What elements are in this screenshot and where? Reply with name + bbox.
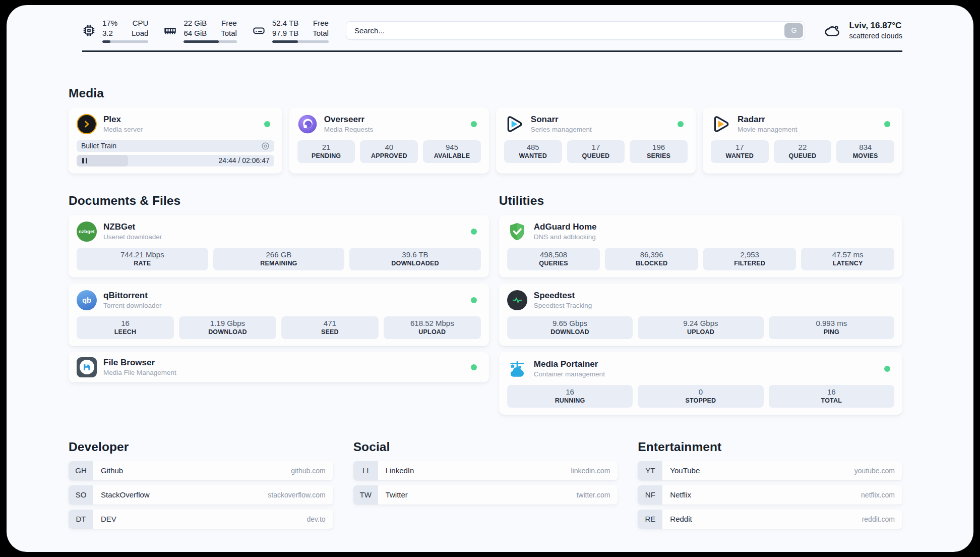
bookmark-youtube[interactable]: YT YouTube youtube.com xyxy=(638,461,902,480)
bookmark-abbr: TW xyxy=(353,485,378,505)
bookmark-stackoverflow[interactable]: SO StackOverflow stackoverflow.com xyxy=(69,485,333,505)
bookmark-github[interactable]: GH Github github.com xyxy=(69,461,333,480)
weather-condition: scattered clouds xyxy=(849,32,902,40)
card-speedtest[interactable]: Speedtest Speedtest Tracking 9.65 Gbps D… xyxy=(499,284,902,346)
stat-download: 1.19 Gbps DOWNLOAD xyxy=(179,316,276,339)
app-description: Container management xyxy=(534,370,878,378)
status-dot xyxy=(471,121,477,127)
app-name: AdGuard Home xyxy=(534,222,894,232)
cpu-usage-value: 17% xyxy=(102,18,117,28)
stat-download: 9.65 Gbps DOWNLOAD xyxy=(507,316,633,339)
overseerr-icon xyxy=(297,114,318,134)
bookmark-netflix[interactable]: NF Netflix netflix.com xyxy=(638,485,902,505)
cpu-progress-bar xyxy=(102,40,148,43)
bookmark-abbr: GH xyxy=(69,461,93,480)
bookmark-twitter[interactable]: TW Twitter twitter.com xyxy=(353,485,618,505)
section-title-utilities: Utilities xyxy=(499,194,902,208)
bookmark-name: DEV xyxy=(93,515,307,523)
stat-latency: 47.57 ms LATENCY xyxy=(801,248,894,270)
stat-queries: 498,508 QUERIES xyxy=(507,248,600,270)
dashboard-page: 17% CPU 3.2 Load xyxy=(7,5,973,552)
memory-free-label: Free xyxy=(221,18,237,28)
stat-queued: 22 QUEUED xyxy=(774,140,832,163)
portainer-icon xyxy=(507,359,527,379)
bookmark-url: twitter.com xyxy=(576,491,618,499)
bookmark-linkedin[interactable]: LI LinkedIn linkedin.com xyxy=(353,461,618,480)
stat-stopped: 0 STOPPED xyxy=(638,385,763,408)
disk-free-value: 52.4 TB xyxy=(272,18,298,28)
bookmark-name: Github xyxy=(93,466,291,475)
app-description: Media server xyxy=(103,126,258,133)
search-input[interactable] xyxy=(346,21,806,40)
app-description: Speedtest Tracking xyxy=(534,302,894,309)
stat-available: 945 AVAILABLE xyxy=(423,140,481,163)
stat-approved: 40 APPROVED xyxy=(360,140,418,163)
stat-series: 196 SERIES xyxy=(630,140,688,163)
bookmark-dev[interactable]: DT DEV dev.to xyxy=(69,510,333,529)
stat-upload: 9.24 Gbps UPLOAD xyxy=(638,316,763,339)
status-dot xyxy=(884,366,890,372)
status-dot xyxy=(678,121,684,127)
card-sonarr[interactable]: Sonarr Series management 485 WANTED 17 Q… xyxy=(496,107,696,174)
stat-upload: 618.52 Mbps UPLOAD xyxy=(384,316,481,339)
bookmark-reddit[interactable]: RE Reddit reddit.com xyxy=(638,510,902,529)
stat-movies: 834 MOVIES xyxy=(836,140,894,163)
card-radarr[interactable]: Radarr Movie management 17 WANTED 22 QUE… xyxy=(703,107,902,174)
app-description: Media File Management xyxy=(103,369,464,376)
card-filebrowser[interactable]: File Browser Media File Management xyxy=(69,352,489,382)
bookmark-name: YouTube xyxy=(662,466,854,475)
cpu-icon xyxy=(82,24,96,37)
app-name: Plex xyxy=(103,115,258,125)
disk-total-label: Total xyxy=(313,28,329,38)
stat-pending: 21 PENDING xyxy=(297,140,355,163)
bookmark-url: stackoverflow.com xyxy=(268,491,333,499)
bookmark-name: Reddit xyxy=(662,515,862,523)
bookmark-name: StackOverflow xyxy=(93,490,268,499)
bookmark-abbr: LI xyxy=(353,461,378,480)
disk-free-label: Free xyxy=(313,18,329,28)
media-type-icon xyxy=(261,142,270,150)
status-dot xyxy=(264,121,270,127)
plex-now-playing: Bullet Train 24:44 / 02:06:47 xyxy=(77,140,274,166)
bookmark-name: LinkedIn xyxy=(378,466,571,475)
app-description: Movie management xyxy=(738,126,878,133)
card-overseerr[interactable]: Overseerr Media Requests 21 PENDING 40 A… xyxy=(289,107,489,174)
search-provider-button[interactable]: G xyxy=(784,23,803,38)
memory-free-value: 22 GiB xyxy=(183,18,207,28)
app-name: qBittorrent xyxy=(103,291,464,301)
bookmark-abbr: RE xyxy=(638,510,662,529)
card-adguard[interactable]: AdGuard Home DNS and adblocking 498,508 … xyxy=(499,215,902,277)
now-playing-title: Bullet Train xyxy=(81,142,261,150)
section-title-entertainment: Entertainment xyxy=(638,440,902,454)
status-dot xyxy=(884,121,890,127)
bookmark-name: Netflix xyxy=(662,490,861,499)
status-dot xyxy=(471,229,477,235)
search-bar: G xyxy=(346,21,806,40)
app-description: Torrent downloader xyxy=(103,302,464,309)
app-name: Overseerr xyxy=(324,115,464,125)
speedtest-icon xyxy=(507,290,527,310)
adguard-icon xyxy=(507,221,527,242)
section-title-social: Social xyxy=(353,440,618,454)
app-description: Media Requests xyxy=(324,126,464,133)
top-bar: 17% CPU 3.2 Load xyxy=(69,18,902,43)
status-dot xyxy=(471,297,477,303)
card-portainer[interactable]: Media Portainer Container management 16 … xyxy=(499,352,902,415)
section-utilities: Utilities AdGuard Home xyxy=(499,194,902,415)
app-name: Speedtest xyxy=(534,291,894,301)
stat-blocked: 86,396 BLOCKED xyxy=(605,248,698,270)
bookmark-abbr: SO xyxy=(69,485,93,505)
card-qbittorrent[interactable]: qb qBittorrent Torrent downloader 16 LEE… xyxy=(69,284,489,346)
status-dot xyxy=(471,364,477,370)
disk-widget: 52.4 TB Free 97.9 TB Total xyxy=(252,18,329,43)
section-media: Media Plex Media server Bullet Train xyxy=(69,86,902,174)
stat-seed: 471 SEED xyxy=(281,316,379,339)
stat-downloaded: 39.6 TB DOWNLOADED xyxy=(349,248,481,270)
sonarr-icon xyxy=(504,114,524,134)
memory-total-label: Total xyxy=(221,28,237,38)
card-nzbget[interactable]: nzbget NZBGet Usenet downloader 744.21 M… xyxy=(69,215,489,277)
cloud-icon xyxy=(823,23,842,38)
app-description: Usenet downloader xyxy=(103,233,464,241)
card-plex[interactable]: Plex Media server Bullet Train xyxy=(69,107,282,174)
cpu-usage-label: CPU xyxy=(132,18,148,28)
